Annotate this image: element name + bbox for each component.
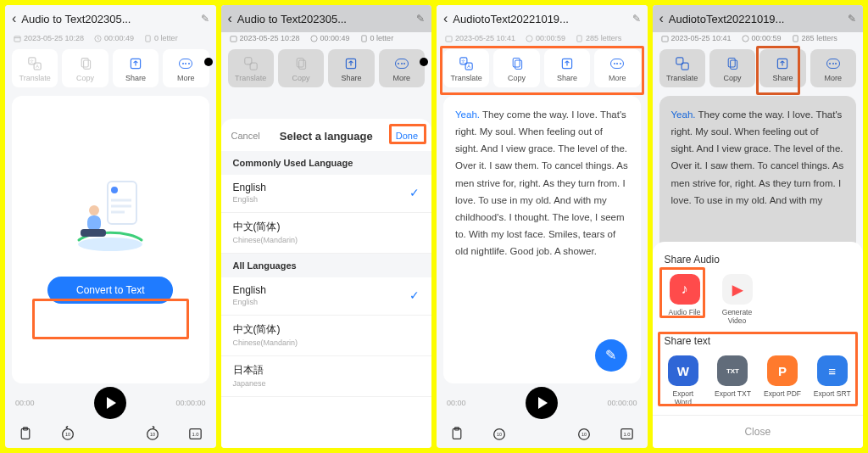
svg-text:1.0: 1.0 — [192, 432, 199, 437]
language-option[interactable]: 日本語Japanese — [221, 356, 432, 397]
translate-button[interactable]: Translate — [659, 49, 705, 87]
copy-button[interactable]: Copy — [62, 49, 108, 87]
screen-3: ‹ AudiotoText20221019... ✎ 2023-05-25 10… — [437, 5, 648, 448]
language-option[interactable]: 中文(简体)Chinese(Mandarin) — [221, 316, 432, 356]
svg-rect-33 — [297, 59, 303, 67]
svg-point-17 — [89, 205, 99, 215]
player-bar: 00:00 00:00:00 — [5, 383, 216, 421]
highlight-audiofile — [659, 267, 705, 318]
edit-title-icon[interactable]: ✎ — [848, 13, 856, 25]
screen-4: ‹ AudiotoText20221019... ✎ 2023-05-25 10… — [653, 5, 864, 448]
svg-point-13 — [111, 187, 118, 193]
more-button[interactable]: More — [163, 49, 209, 87]
section-common: Commonly Used Language — [221, 151, 432, 175]
check-icon: ✓ — [409, 288, 420, 302]
bottom-icons: 10 10 1.0 — [5, 421, 216, 448]
svg-text:10: 10 — [581, 432, 587, 437]
edit-title-icon[interactable]: ✎ — [201, 13, 209, 25]
copy-icon — [78, 56, 93, 71]
svg-rect-18 — [87, 215, 101, 231]
speed-icon[interactable]: 1.0 — [187, 426, 204, 441]
highlight-share — [756, 46, 800, 95]
edit-title-icon[interactable]: ✎ — [416, 13, 425, 25]
section-all: All Languages — [221, 254, 432, 277]
svg-text:文: 文 — [30, 59, 34, 64]
meta-row: 2023-05-25 10:28 00:00:49 0 letter — [221, 32, 432, 49]
transcript[interactable]: Yeah. They come the way. I love. That's … — [443, 96, 641, 383]
rewind-icon[interactable]: 10 — [59, 426, 76, 441]
edit-title-icon[interactable]: ✎ — [632, 13, 641, 25]
svg-rect-56 — [793, 35, 797, 41]
svg-point-55 — [742, 35, 748, 41]
highlight-done — [389, 124, 426, 144]
svg-text:10: 10 — [497, 432, 502, 437]
svg-text:A: A — [36, 64, 40, 69]
svg-rect-9 — [83, 60, 90, 69]
svg-rect-36 — [446, 36, 452, 41]
check-icon: ✓ — [409, 186, 420, 199]
back-icon[interactable]: ‹ — [12, 11, 16, 26]
play-button[interactable] — [94, 387, 126, 419]
language-option[interactable]: EnglishEnglish✓ — [221, 175, 432, 213]
highlight-actions — [440, 46, 644, 95]
clipboard-icon[interactable] — [448, 426, 465, 441]
svg-point-11 — [78, 238, 142, 251]
back-icon[interactable]: ‹ — [659, 11, 664, 26]
page-title: AudiotoText20221019... — [453, 13, 626, 25]
copy-button[interactable]: Copy — [709, 49, 755, 87]
sheet-title: Select a language — [260, 130, 392, 143]
meta-date: 2023-05-25 10:28 — [14, 34, 84, 42]
more-icon — [178, 56, 193, 71]
svg-rect-34 — [299, 60, 306, 69]
play-button[interactable] — [526, 387, 558, 419]
topbar: ‹ Audio to Text202305... ✎ — [221, 5, 432, 32]
svg-rect-28 — [230, 36, 236, 41]
language-sheet: Cancel Select a language Done Commonly U… — [221, 119, 432, 448]
svg-rect-59 — [728, 59, 735, 67]
share-icon — [128, 56, 143, 71]
share-sheet: Share Audio ♪Audio File▶Generate Video S… — [653, 242, 864, 448]
translate-button[interactable]: 文A Translate — [12, 49, 58, 87]
svg-rect-3 — [146, 35, 150, 41]
svg-text:1.0: 1.0 — [623, 432, 631, 437]
speed-icon[interactable]: 1.0 — [619, 426, 636, 441]
page-title: AudiotoText20221019... — [669, 13, 843, 25]
cancel-button[interactable]: Cancel — [231, 131, 260, 141]
rewind-icon[interactable]: 10 — [491, 426, 508, 441]
svg-rect-54 — [661, 36, 667, 41]
illustration — [64, 176, 157, 253]
svg-text:10: 10 — [150, 432, 155, 437]
clipboard-icon[interactable] — [17, 426, 34, 441]
more-button[interactable]: More — [810, 49, 856, 87]
scroll-thumb[interactable] — [420, 58, 428, 66]
svg-rect-60 — [731, 60, 737, 69]
svg-text:10: 10 — [65, 432, 70, 437]
page-title: Audio to Text202305... — [21, 13, 195, 25]
svg-rect-38 — [577, 35, 581, 41]
back-icon[interactable]: ‹ — [228, 11, 232, 26]
page-title: Audio to Text202305... — [237, 13, 411, 25]
svg-rect-30 — [361, 35, 365, 41]
translate-icon: 文A — [27, 56, 42, 71]
meta-letters: 0 letter — [144, 34, 178, 42]
time-end: 00:00:00 — [175, 399, 205, 407]
scroll-thumb[interactable] — [204, 58, 213, 66]
forward-icon[interactable]: 10 — [576, 426, 593, 441]
svg-point-29 — [310, 35, 316, 41]
screen-1: ‹ Audio to Text202305... ✎ 2023-05-25 10… — [5, 5, 216, 448]
empty-card: Convert to Text — [12, 96, 209, 383]
share-button[interactable]: Share — [113, 49, 159, 87]
language-option[interactable]: EnglishEnglish✓ — [221, 277, 432, 316]
highlight-sharetext — [658, 332, 859, 406]
back-icon[interactable]: ‹ — [443, 11, 448, 26]
svg-rect-8 — [81, 59, 88, 67]
close-button[interactable]: Close — [653, 415, 864, 448]
language-option[interactable]: 中文(简体)Chinese(Mandarin) — [221, 213, 432, 254]
svg-rect-0 — [14, 36, 20, 41]
share-option[interactable]: ▶Generate Video — [717, 274, 758, 325]
action-row: Translate Copy Share More — [221, 49, 432, 87]
first-word: Yeah. — [455, 109, 480, 120]
forward-icon[interactable]: 10 — [144, 426, 161, 441]
meta-row: 2023-05-25 10:28 00:00:49 0 letter — [5, 32, 216, 49]
edit-fab[interactable]: ✎ — [595, 339, 627, 372]
